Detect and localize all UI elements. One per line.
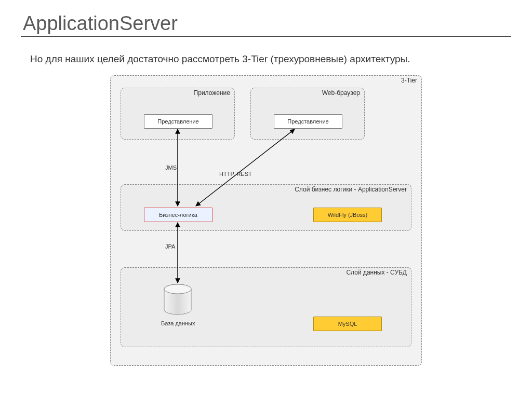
box-wildfly-label: WildFly (JBoss) [328,212,367,218]
subtitle-text: Но для наших целей достаточно рассмотрет… [30,53,511,65]
architecture-diagram: 3-Tier Приложение Представление Web-брау… [110,75,422,366]
svg-point-1 [164,284,191,294]
frame-web-browser-label: Web-браузер [322,89,360,97]
frame-data-layer-label: Слой данных - СУБД [346,269,407,276]
edge-label-jms: JMS [165,164,177,171]
database-caption: База данных [161,320,195,326]
box-app-presentation: Представление [144,114,212,129]
box-web-presentation-label: Представление [287,118,328,125]
frame-business-logic-label: Слой бизнес логики - ApplicationServer [295,186,407,193]
edge-label-http: HTTP, REST [219,171,252,177]
page-title: ApplicationServer [21,12,511,35]
box-business-logic-label: Бизнес-логика [159,212,197,218]
box-business-logic: Бизнес-логика [144,208,212,222]
frame-application-label: Приложение [194,89,230,97]
box-wildfly: WildFly (JBoss) [313,208,382,222]
box-mysql: MySQL [313,317,382,331]
frame-web-browser: Web-браузер Представление [250,88,365,140]
box-web-presentation: Представление [274,114,342,129]
box-mysql-label: MySQL [338,321,357,327]
database-icon [162,284,193,317]
frame-business-logic: Слой бизнес логики - ApplicationServer Б… [121,184,411,231]
box-app-presentation-label: Представление [157,118,198,125]
frame-application: Приложение Представление [121,88,235,140]
edge-label-jpa: JPA [165,243,175,250]
frame-3tier-label: 3-Tier [401,77,417,84]
title-rule: ApplicationServer [21,12,511,37]
